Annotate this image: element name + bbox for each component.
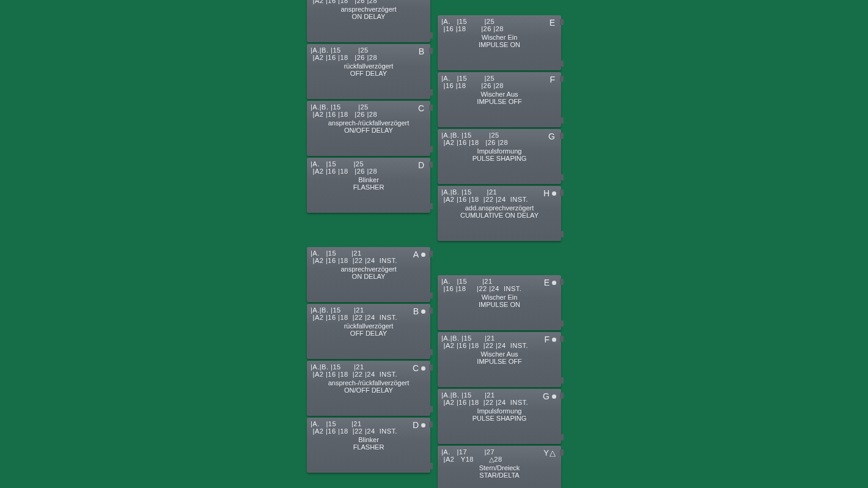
terminal-row-1: |A. |15 |25: [311, 160, 427, 168]
terminal-row-2: |A2 |16 |18 |26 |28: [311, 168, 427, 175]
plate-sheet: A|A. |15 |25 |A2 |16 |18 |26 |28ansprech…: [307, 0, 561, 488]
terminal-row-2: |A2 |16 |18 |22 |24 INST.: [311, 427, 427, 435]
plate-letter: E: [544, 279, 556, 286]
terminal-row-1: |A. |15 |25: [441, 75, 557, 82]
function-title-de: ansprech-/rückfallverzögert: [311, 119, 427, 127]
plate-column-left: A|A. |15 |21 |A2 |16 |18 |22 |24 INST.an…: [307, 247, 430, 488]
function-title-de: add.ansprechverzögert: [441, 204, 557, 212]
dot-icon: [552, 394, 556, 399]
terminal-row-1: |A.|B. |15 |25: [441, 131, 557, 139]
function-title-de: Wischer Aus: [441, 91, 557, 98]
terminal-row-1: |A.|B. |15 |25: [311, 103, 427, 111]
terminal-row-2: |16 |18 |26 |28: [441, 82, 557, 89]
function-title-de: rückfallverzögert: [311, 322, 427, 330]
function-title-en: IMPULSE OFF: [441, 98, 557, 105]
function-plate: Y△|A. |17 |27 |A2 Y18 △28Stern/DreieckST…: [438, 446, 561, 488]
terminal-row-1: |A.|B. |15 |21: [441, 335, 557, 342]
function-title-de: ansprechverzögert: [311, 265, 427, 273]
function-plate: C|A.|B. |15 |21 |A2 |16 |18 |22 |24 INST…: [307, 361, 430, 416]
plate-letter: Y△: [543, 449, 556, 457]
plate-letter: D: [418, 161, 425, 169]
plate-block: A|A. |15 |25 |A2 |16 |18 |26 |28ansprech…: [307, 0, 561, 241]
function-plate: G|A.|B. |15 |25 |A2 |16 |18 |26 |28Impul…: [438, 129, 561, 184]
function-title-en: PULSE SHAPING: [441, 155, 557, 162]
terminal-row-1: |A.|B. |15 |25: [311, 46, 427, 54]
function-plate: B|A.|B. |15 |21 |A2 |16 |18 |22 |24 INST…: [307, 304, 430, 359]
terminal-row-2: |A2 |16 |18 |26 |28: [311, 111, 427, 118]
plate-letter: A: [413, 251, 425, 258]
dot-icon: [552, 338, 556, 342]
terminal-row-2: |A2 |16 |18 |22 |24 INST.: [311, 314, 427, 321]
plate-letter: G: [543, 393, 556, 400]
function-title-en: PULSE SHAPING: [441, 415, 557, 422]
dot-icon: [552, 281, 556, 285]
function-title-en: OFF DELAY: [311, 330, 427, 337]
dot-icon: [421, 309, 425, 314]
terminal-row-2: |A2 |16 |18 |22 |24 INST.: [311, 257, 427, 264]
plate-letter: B: [419, 48, 425, 55]
function-plate: E|A. |15 |25 |16 |18 |26 |28Wischer EinI…: [438, 15, 561, 70]
terminal-row-1: |A. |15 |21: [441, 278, 557, 285]
plate-letter: H: [543, 190, 556, 197]
plate-letter: D: [413, 421, 425, 429]
function-title-de: Wischer Ein: [441, 34, 557, 41]
terminal-row-1: |A.|B. |15 |21: [441, 391, 557, 399]
function-title-en: OFF DELAY: [311, 70, 427, 77]
plate-letter: F: [544, 336, 556, 343]
function-title-en: IMPULSE ON: [441, 41, 557, 48]
terminal-row-1: |A. |15 |21: [311, 420, 427, 427]
function-title-en: IMPULSE OFF: [441, 358, 557, 365]
function-plate: F|A. |15 |25 |16 |18 |26 |28Wischer AusI…: [438, 72, 561, 127]
function-title-en: ON DELAY: [311, 273, 427, 280]
terminal-row-2: |A2 |16 |18 |22 |24 INST.: [441, 399, 557, 406]
dot-icon: [421, 253, 425, 257]
function-plate: G|A.|B. |15 |21 |A2 |16 |18 |22 |24 INST…: [438, 389, 561, 444]
plate-column-left: A|A. |15 |25 |A2 |16 |18 |26 |28ansprech…: [307, 0, 430, 241]
terminal-row-2: |A2 |16 |18 |22 |24 INST.: [441, 196, 557, 203]
plate-letter: C: [418, 105, 425, 112]
function-title-en: FLASHER: [311, 183, 427, 191]
function-title-de: Impulsformung: [441, 407, 557, 415]
terminal-row-2: |A2 |16 |18 |26 |28: [441, 139, 557, 146]
function-plate: A|A. |15 |25 |A2 |16 |18 |26 |28ansprech…: [307, 0, 430, 42]
function-title-en: ON/OFF DELAY: [311, 386, 427, 394]
function-title-en: CUMULATIVE ON DELAY: [441, 212, 557, 219]
plate-letter: G: [548, 133, 556, 140]
plate-letter: F: [550, 76, 556, 83]
terminal-row-1: |A. |17 |27: [441, 448, 557, 456]
function-title-de: ansprech-/rückfallverzögert: [311, 379, 427, 386]
function-title-en: ON DELAY: [311, 13, 427, 20]
function-title-de: Blinker: [311, 436, 427, 443]
function-plate: D|A. |15 |25 |A2 |16 |18 |26 |28BlinkerF…: [307, 158, 430, 213]
plate-letter: C: [413, 364, 425, 372]
plate-block: A|A. |15 |21 |A2 |16 |18 |22 |24 INST.an…: [307, 247, 561, 488]
function-title-en: ON/OFF DELAY: [311, 127, 427, 134]
function-plate: H|A.|B. |15 |21 |A2 |16 |18 |22 |24 INST…: [438, 186, 561, 241]
function-title-de: Wischer Aus: [441, 350, 557, 358]
terminal-row-2: |A2 Y18 △28: [441, 456, 557, 463]
plate-column-right: E|A. |15 |25 |16 |18 |26 |28Wischer EinI…: [438, 15, 561, 241]
function-title-en: STAR/DELTA: [441, 471, 557, 479]
dot-icon: [421, 366, 425, 371]
terminal-row-1: |A. |15 |25: [441, 18, 557, 25]
function-plate: E|A. |15 |21 |16 |18 |22 |24 INST.Wische…: [438, 275, 561, 330]
dot-icon: [552, 191, 556, 196]
terminal-row-2: |A2 |16 |18 |22 |24 INST.: [441, 342, 557, 349]
plate-column-right: E|A. |15 |21 |16 |18 |22 |24 INST.Wische…: [438, 275, 561, 488]
function-plate: C|A.|B. |15 |25 |A2 |16 |18 |26 |28anspr…: [307, 101, 430, 156]
terminal-row-1: |A.|B. |15 |21: [441, 188, 557, 196]
terminal-row-1: |A.|B. |15 |21: [311, 363, 427, 371]
function-title-de: ansprechverzögert: [311, 6, 427, 13]
terminal-row-2: |16 |18 |26 |28: [441, 25, 557, 32]
terminal-row-2: |A2 |16 |18 |22 |24 INST.: [311, 371, 427, 378]
terminal-row-2: |A2 |16 |18 |26 |28: [311, 54, 427, 61]
function-plate: A|A. |15 |21 |A2 |16 |18 |22 |24 INST.an…: [307, 247, 430, 302]
terminal-row-2: |16 |18 |22 |24 INST.: [441, 285, 557, 292]
function-title-en: FLASHER: [311, 443, 427, 451]
function-plate: D|A. |15 |21 |A2 |16 |18 |22 |24 INST.Bl…: [307, 418, 430, 473]
dot-icon: [421, 423, 425, 427]
terminal-row-1: |A.|B. |15 |21: [311, 306, 427, 314]
terminal-row-1: |A. |15 |21: [311, 250, 427, 257]
plate-letter: B: [413, 308, 425, 315]
plate-letter: E: [550, 19, 556, 26]
